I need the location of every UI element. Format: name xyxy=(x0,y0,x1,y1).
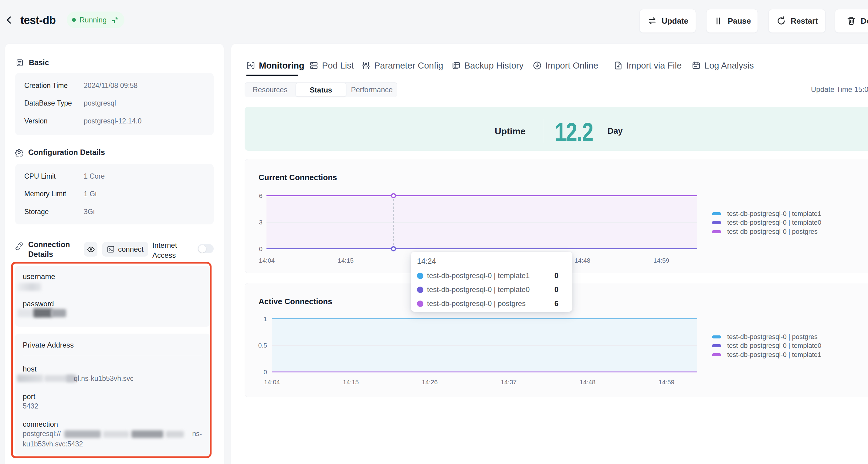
connection-redacted-value xyxy=(131,430,163,438)
chart2-gridline xyxy=(272,345,697,346)
password-redacted-value xyxy=(51,309,66,317)
info-row-version: Version postgresql-12.14.0 xyxy=(24,117,205,126)
uptime-value: 12.2 xyxy=(555,120,593,144)
chart2-xtick: 14:48 xyxy=(568,379,607,385)
restart-button[interactable]: Restart xyxy=(769,9,826,33)
chart2-legend-postgres[interactable]: test-db-postgresql-0 | postgres xyxy=(712,333,817,341)
uptime-label: Uptime xyxy=(495,126,526,136)
toggle-knob xyxy=(198,245,206,253)
info-value: 1 Gi xyxy=(84,190,96,198)
tab-label: Pod List xyxy=(322,61,354,71)
chart2-legend-template1[interactable]: test-db-postgresql-0 | template1 xyxy=(712,351,821,359)
status-label: Running xyxy=(80,16,106,24)
internet-access-toggle[interactable] xyxy=(197,244,214,253)
chart-tooltip: 14:24 test-db-postgresql-0 | template1 0… xyxy=(411,252,572,312)
chart2-xtick: 14:15 xyxy=(331,379,371,385)
tooltip-series-name: test-db-postgresql-0 | template1 xyxy=(427,271,530,280)
basic-section-header: Basic xyxy=(16,58,49,67)
connection-section-header: Connection Details xyxy=(15,240,65,259)
delete-button-label: Delete xyxy=(861,16,868,26)
info-row-creation-time: Creation Time 2024/11/08 09:58 xyxy=(24,81,205,90)
update-icon xyxy=(647,16,657,26)
legend-swatch-purple xyxy=(712,353,721,356)
chart1-title: Current Connections xyxy=(258,173,337,182)
legend-label: test-db-postgresql-0 | template1 xyxy=(727,210,821,218)
tab-label: Log Analysis xyxy=(705,61,754,71)
info-value: 3Gi xyxy=(84,208,95,216)
tooltip-series-name: test-db-postgresql-0 | postgres xyxy=(427,299,526,308)
port-value: 5432 xyxy=(23,402,38,410)
tooltip-dot-blue xyxy=(417,273,423,279)
info-value: 1 Core xyxy=(84,172,105,180)
chart2-title: Active Connections xyxy=(258,297,332,306)
monitoring-subtabs: Resources Status Performance xyxy=(245,82,397,97)
file-icon xyxy=(614,61,623,70)
eye-icon xyxy=(87,245,95,254)
connection-redacted-value xyxy=(103,431,129,438)
chart1-hover-point-template xyxy=(391,246,396,252)
tab-backup-history[interactable]: Backup History xyxy=(452,58,524,73)
monitoring-icon xyxy=(246,61,255,70)
username-label: username xyxy=(23,272,55,281)
legend-swatch-indigo xyxy=(712,221,721,224)
tooltip-dot-purple xyxy=(417,301,423,307)
tooltip-row-template0: test-db-postgresql-0 | template0 0 xyxy=(417,285,558,294)
subtab-status[interactable]: Status xyxy=(296,83,347,97)
tab-label: Monitoring xyxy=(259,61,304,71)
status-badge[interactable]: Running xyxy=(67,11,124,28)
credentials-box: username password xyxy=(15,266,210,327)
update-button[interactable]: Update xyxy=(640,9,696,33)
pause-button-label: Pause xyxy=(728,16,751,26)
connection-label: connection xyxy=(23,420,58,429)
tab-parameter-config[interactable]: Parameter Config xyxy=(362,58,443,73)
subtab-resources[interactable]: Resources xyxy=(245,83,295,97)
chart1-legend-template0[interactable]: test-db-postgresql-0 | template0 xyxy=(712,219,821,227)
chart1-hover-point-postgres xyxy=(391,193,396,198)
chart1-ytick-6: 6 xyxy=(229,193,262,199)
download-circle-icon xyxy=(533,61,542,70)
tab-log-analysis[interactable]: Log Analysis xyxy=(692,58,754,73)
chart1-ytick-0: 0 xyxy=(229,246,262,252)
connect-button[interactable]: connect xyxy=(102,242,148,257)
tab-import-via-file[interactable]: Import via File xyxy=(614,58,682,73)
tab-pod-list[interactable]: Pod List xyxy=(309,58,354,73)
address-box: Private Address host ql.ns-ku1b53vh.svc … xyxy=(15,334,210,456)
chart1-legend-template1[interactable]: test-db-postgresql-0 | template1 xyxy=(712,210,821,218)
restart-button-label: Restart xyxy=(790,16,818,26)
chart1-legend-postgres[interactable]: test-db-postgresql-0 | postgres xyxy=(712,228,817,236)
port-label: port xyxy=(23,392,35,401)
basic-section-title: Basic xyxy=(29,58,49,67)
document-icon xyxy=(16,59,24,67)
chart1-xtick: 14:15 xyxy=(326,257,365,264)
chart1-xtick: 14:59 xyxy=(642,257,681,264)
chevron-left-icon xyxy=(3,14,15,26)
page-title: test-db xyxy=(20,14,56,27)
chart2-ytick-05: 0.5 xyxy=(234,342,267,349)
trash-icon xyxy=(846,16,857,26)
link-icon xyxy=(15,242,23,251)
host-value: ql.ns-ku1b53vh.svc xyxy=(74,374,133,383)
tab-import-online[interactable]: Import Online xyxy=(533,58,598,73)
subtab-performance[interactable]: Performance xyxy=(347,83,397,97)
show-password-button[interactable] xyxy=(84,242,97,257)
gear-icon xyxy=(15,148,23,157)
chart2-xtick: 14:04 xyxy=(252,379,292,385)
connect-button-label: connect xyxy=(118,245,144,254)
update-time-label: Update Time 15:05 xyxy=(811,85,868,94)
chart1-xtick: 14:04 xyxy=(247,257,286,264)
chart2-xtick: 14:59 xyxy=(647,379,686,385)
connection-redacted-value xyxy=(166,431,184,438)
tab-monitoring[interactable]: Monitoring xyxy=(246,58,304,73)
pause-icon xyxy=(713,16,723,26)
internet-access-label: Internet Access xyxy=(152,240,189,260)
chart2-legend-template0[interactable]: test-db-postgresql-0 | template0 xyxy=(712,342,821,350)
connection-redacted-value xyxy=(64,430,101,438)
pause-button[interactable]: Pause xyxy=(706,9,758,33)
connection-value-line2: ku1b53vh.svc:5432 xyxy=(23,440,83,448)
config-section-title: Configuration Details xyxy=(28,148,105,157)
delete-button[interactable]: Delete xyxy=(835,9,868,33)
basic-info-box: Creation Time 2024/11/08 09:58 DataBase … xyxy=(15,73,214,135)
password-redacted-value xyxy=(33,308,52,318)
back-button[interactable] xyxy=(3,14,15,26)
info-row-cpu: CPU Limit 1 Core xyxy=(24,172,205,181)
